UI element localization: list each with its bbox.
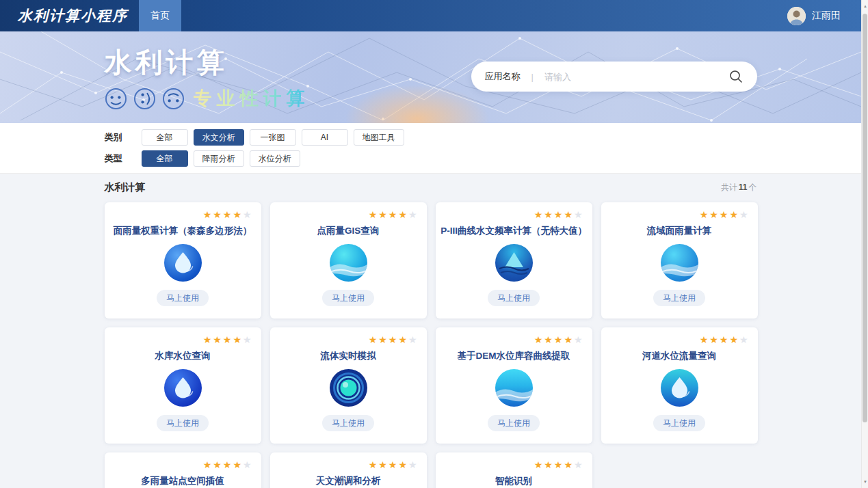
star-filled-icon: ★ bbox=[700, 209, 710, 220]
use-now-button[interactable]: 马上使用 bbox=[488, 415, 540, 431]
star-filled-icon: ★ bbox=[554, 459, 564, 470]
section-header: 水利计算 共计11个 bbox=[105, 181, 757, 194]
filter-option-button[interactable]: AI bbox=[302, 129, 348, 146]
filter-option-button[interactable]: 降雨分析 bbox=[194, 150, 244, 167]
app-card-title: 基于DEM水位库容曲线提取 bbox=[458, 350, 570, 362]
star-filled-icon: ★ bbox=[233, 334, 243, 345]
star-empty-icon: ★ bbox=[574, 459, 584, 470]
app-card[interactable]: ★★★★★ 流域面雨量计算 马上使用 bbox=[601, 202, 758, 318]
tab-home[interactable]: 首页 bbox=[139, 0, 181, 31]
star-filled-icon: ★ bbox=[709, 334, 720, 345]
hero-text-block: 水利计算 bbox=[105, 44, 310, 111]
use-now-button[interactable]: 马上使用 bbox=[322, 290, 374, 306]
filter-option-button[interactable]: 地图工具 bbox=[354, 129, 404, 146]
star-empty-icon: ★ bbox=[739, 334, 750, 345]
star-empty-icon: ★ bbox=[243, 459, 253, 470]
star-filled-icon: ★ bbox=[729, 334, 739, 345]
app-card[interactable]: ★★★★★ P-III曲线水文频率计算（无特大值） 马上使用 bbox=[436, 202, 592, 318]
use-now-button[interactable]: 马上使用 bbox=[653, 415, 705, 431]
star-filled-icon: ★ bbox=[564, 459, 574, 470]
rating-stars: ★★★★★ bbox=[369, 335, 419, 345]
app-card[interactable]: ★★★★★ 流体实时模拟 马上使用 bbox=[270, 327, 427, 444]
hero-banner: 水利计算 bbox=[0, 31, 861, 123]
star-filled-icon: ★ bbox=[534, 209, 544, 220]
filter-group-label: 类型 bbox=[105, 152, 133, 165]
star-empty-icon: ★ bbox=[574, 334, 584, 345]
filter-option-button[interactable]: 一张图 bbox=[250, 129, 296, 146]
rating-stars: ★★★★★ bbox=[700, 210, 750, 220]
star-filled-icon: ★ bbox=[398, 334, 408, 345]
splash-sphere-icon bbox=[661, 369, 698, 407]
search-field-label: 应用名称 bbox=[485, 70, 521, 83]
filter-bar: 类别全部水文分析一张图AI地图工具类型全部降雨分析水位分析 bbox=[0, 123, 861, 174]
star-filled-icon: ★ bbox=[534, 459, 544, 470]
app-card[interactable]: ★★★★★ 河道水位流量查询 马上使用 bbox=[601, 327, 758, 444]
rating-stars: ★★★★★ bbox=[203, 460, 253, 470]
star-filled-icon: ★ bbox=[534, 334, 544, 345]
star-filled-icon: ★ bbox=[398, 459, 408, 470]
star-filled-icon: ★ bbox=[544, 209, 554, 220]
star-filled-icon: ★ bbox=[554, 209, 564, 220]
smiley-wink-icon bbox=[105, 87, 127, 110]
app-card-title: 流域面雨量计算 bbox=[647, 225, 712, 236]
star-filled-icon: ★ bbox=[233, 459, 243, 470]
star-filled-icon: ★ bbox=[203, 209, 213, 220]
use-now-button[interactable]: 马上使用 bbox=[157, 415, 209, 431]
app-card-title: 水库水位查询 bbox=[155, 350, 211, 362]
search-icon bbox=[728, 69, 744, 84]
star-filled-icon: ★ bbox=[389, 209, 399, 220]
use-now-button[interactable]: 马上使用 bbox=[653, 290, 705, 306]
search-input[interactable] bbox=[544, 72, 728, 82]
star-filled-icon: ★ bbox=[720, 209, 730, 220]
app-card[interactable]: ★★★★★ 点雨量GIS查询 马上使用 bbox=[270, 202, 427, 318]
app-card-title: 智能识别 bbox=[495, 475, 532, 487]
rating-stars: ★★★★★ bbox=[700, 335, 750, 345]
app-card[interactable]: ★★★★★ 水库水位查询 马上使用 bbox=[105, 327, 261, 444]
star-filled-icon: ★ bbox=[729, 209, 739, 220]
filter-option-button[interactable]: 全部 bbox=[142, 129, 188, 146]
tab-home-label: 首页 bbox=[150, 10, 170, 22]
count-suffix: 个 bbox=[749, 182, 757, 192]
count-prefix: 共计 bbox=[721, 182, 737, 192]
user-menu[interactable]: 江雨田 bbox=[787, 7, 841, 25]
scrollbar-thumb[interactable] bbox=[863, 14, 867, 422]
scroll-down-arrow-icon[interactable]: ▼ bbox=[862, 477, 868, 487]
main-content: 水利计算 共计11个 ★★★★★ 面雨量权重计算（泰森多边形法） 马上使用 ★★… bbox=[0, 174, 861, 488]
star-filled-icon: ★ bbox=[700, 334, 710, 345]
globe-sphere-icon bbox=[330, 244, 367, 282]
hero-title: 水利计算 bbox=[105, 44, 310, 81]
app-card[interactable]: ★★★★★ 多雨量站点空间插值 马上使用 bbox=[105, 452, 261, 488]
search-button[interactable] bbox=[728, 69, 744, 84]
use-now-button[interactable]: 马上使用 bbox=[488, 290, 540, 306]
app-card[interactable]: ★★★★★ 面雨量权重计算（泰森多边形法） 马上使用 bbox=[105, 202, 261, 318]
rating-stars: ★★★★★ bbox=[203, 210, 253, 220]
app-card-title: 多雨量站点空间插值 bbox=[141, 475, 224, 487]
terrain-wave-sphere-icon bbox=[495, 369, 533, 407]
water-drop-dark-sphere-icon bbox=[164, 369, 202, 407]
vertical-scrollbar[interactable]: ▲ ▼ bbox=[861, 0, 868, 488]
star-filled-icon: ★ bbox=[564, 209, 574, 220]
use-now-button[interactable]: 马上使用 bbox=[322, 415, 374, 431]
app-card[interactable]: ★★★★★ 天文潮调和分析 马上使用 bbox=[270, 452, 427, 488]
app-card-title: 面雨量权重计算（泰森多边形法） bbox=[114, 225, 252, 236]
star-empty-icon: ★ bbox=[243, 209, 253, 220]
filter-option-button[interactable]: 水位分析 bbox=[250, 150, 300, 167]
section-count: 共计11个 bbox=[721, 182, 757, 193]
hero-subtitle: 专业性计算 bbox=[194, 86, 310, 111]
star-filled-icon: ★ bbox=[378, 209, 389, 220]
section-title: 水利计算 bbox=[105, 181, 146, 194]
wave-sphere-icon bbox=[661, 244, 698, 282]
app-card[interactable]: ★★★★★ 基于DEM水位库容曲线提取 马上使用 bbox=[436, 327, 592, 444]
scroll-up-arrow-icon[interactable]: ▲ bbox=[862, 1, 868, 11]
filter-group-label: 类别 bbox=[105, 131, 133, 144]
star-filled-icon: ★ bbox=[213, 209, 223, 220]
filter-option-button[interactable]: 全部 bbox=[142, 150, 188, 167]
star-filled-icon: ★ bbox=[389, 459, 399, 470]
rating-stars: ★★★★★ bbox=[369, 460, 419, 470]
use-now-button[interactable]: 马上使用 bbox=[157, 290, 209, 306]
app-card[interactable]: ★★★★★ 智能识别 马上使用 bbox=[436, 452, 592, 488]
count-number: 11 bbox=[739, 182, 748, 192]
filter-option-button[interactable]: 水文分析 bbox=[194, 129, 244, 146]
star-filled-icon: ★ bbox=[203, 459, 213, 470]
rating-stars: ★★★★★ bbox=[534, 335, 584, 345]
